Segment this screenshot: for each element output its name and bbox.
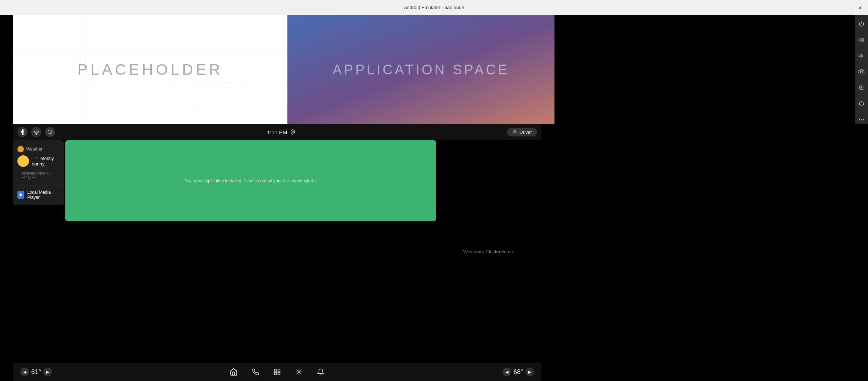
temp-right-decrease[interactable]: ◀: [503, 368, 511, 376]
volume-down-button[interactable]: [857, 52, 866, 60]
volume-up-button[interactable]: [857, 36, 866, 44]
temp-right-value: 68°: [513, 368, 523, 376]
temp-left-control: ◀ 61° ▶: [20, 368, 52, 376]
emulator-area: PLACEHOLDER APPLICATION SPACE: [0, 15, 868, 381]
app-space-label: APPLICATION SPACE: [332, 62, 509, 78]
weather-temp-prefix: —°: [32, 156, 37, 161]
svg-point-17: [859, 119, 860, 120]
svg-line-29: [52, 130, 52, 131]
driver-label: Driver: [519, 130, 532, 135]
wifi-button[interactable]: [31, 127, 41, 137]
nav-hvac-button[interactable]: [293, 366, 305, 378]
svg-point-11: [860, 71, 862, 73]
bluetooth-button[interactable]: [17, 127, 28, 137]
media-label: Local Media Player: [27, 190, 60, 200]
circle-button[interactable]: [857, 99, 866, 108]
status-left: [17, 127, 55, 137]
sun-icon: [17, 155, 29, 167]
close-button[interactable]: ✕: [858, 5, 862, 10]
svg-line-25: [52, 134, 52, 134]
svg-rect-35: [275, 373, 277, 375]
side-toolbar: [855, 15, 868, 124]
nav-phone-button[interactable]: [250, 366, 261, 378]
nav-home-button[interactable]: [228, 366, 239, 378]
svg-point-18: [861, 119, 862, 120]
svg-point-31: [514, 130, 516, 132]
svg-rect-33: [275, 369, 277, 372]
svg-marker-9: [859, 38, 861, 41]
media-icon: [17, 191, 24, 199]
weather-header: Weather: [17, 146, 60, 152]
camera-button[interactable]: [857, 67, 866, 76]
svg-rect-34: [278, 369, 280, 372]
svg-point-30: [292, 131, 294, 132]
media-section[interactable]: Local Media Player: [13, 187, 64, 203]
temp-right-increase[interactable]: ▶: [525, 368, 534, 376]
status-right: Driver: [507, 128, 537, 136]
weather-label-text: Weather: [26, 147, 42, 152]
welcome-text: Welcome, ClusterHome.: [463, 249, 515, 254]
weather-section[interactable]: Weather —° Mostly sunny Mountain View • …: [13, 144, 64, 184]
zoom-button[interactable]: [857, 83, 866, 92]
right-info: Welcome, ClusterHome.: [436, 140, 541, 363]
weather-location: Mountain View • H: —° L: —°: [17, 170, 60, 181]
weather-icon: [17, 146, 24, 152]
svg-line-28: [48, 134, 49, 134]
map-area: No maps application installed. Please co…: [65, 140, 436, 221]
svg-point-19: [863, 119, 864, 120]
top-panel: PLACEHOLDER APPLICATION SPACE: [13, 15, 554, 124]
nav-center: [228, 366, 327, 378]
svg-rect-36: [278, 373, 280, 375]
temp-left-increase[interactable]: ▶: [43, 368, 52, 376]
placeholder-label: PLACEHOLDER: [78, 61, 223, 78]
svg-point-16: [859, 102, 864, 106]
left-panel: PLACEHOLDER: [13, 15, 287, 124]
power-button[interactable]: [857, 20, 866, 28]
time-display: 1:11 PM: [267, 129, 287, 135]
driver-button[interactable]: Driver: [507, 128, 537, 136]
weather-info: —° Mostly sunny: [32, 156, 60, 167]
temp-left-value: 61°: [31, 368, 41, 376]
status-center: 1:11 PM: [267, 129, 295, 135]
svg-point-20: [36, 134, 36, 135]
svg-marker-10: [859, 54, 861, 57]
more-button[interactable]: [857, 115, 866, 124]
nav-grid-button[interactable]: [271, 366, 283, 378]
svg-point-21: [49, 131, 52, 134]
title-text: Android Emulator - aae:5554: [404, 5, 464, 10]
svg-line-24: [48, 130, 49, 131]
divider: [13, 185, 64, 185]
weather-main-row: —° Mostly sunny: [17, 155, 60, 167]
bottom-bar: ◀ 61° ▶: [13, 363, 541, 381]
left-dropdown: Weather —° Mostly sunny Mountain View • …: [13, 140, 64, 205]
temp-right-control: ◀ 68° ▶: [503, 368, 534, 376]
weather-description: —° Mostly sunny: [32, 156, 60, 167]
svg-marker-32: [20, 193, 22, 197]
location-icon: [290, 130, 295, 135]
temp-left-decrease[interactable]: ◀: [20, 368, 29, 376]
main-content: Weather —° Mostly sunny Mountain View • …: [13, 140, 541, 363]
map-message: No maps application installed. Please co…: [185, 178, 317, 183]
svg-line-13: [863, 89, 864, 90]
title-bar: Android Emulator - aae:5554 ✕: [0, 0, 868, 15]
person-icon: [512, 130, 517, 135]
nav-notifications-button[interactable]: [315, 366, 327, 378]
svg-point-37: [298, 371, 300, 373]
brightness-button[interactable]: [45, 127, 55, 137]
right-panel: APPLICATION SPACE: [287, 15, 554, 124]
status-bar: 1:11 PM Driver: [13, 124, 541, 140]
